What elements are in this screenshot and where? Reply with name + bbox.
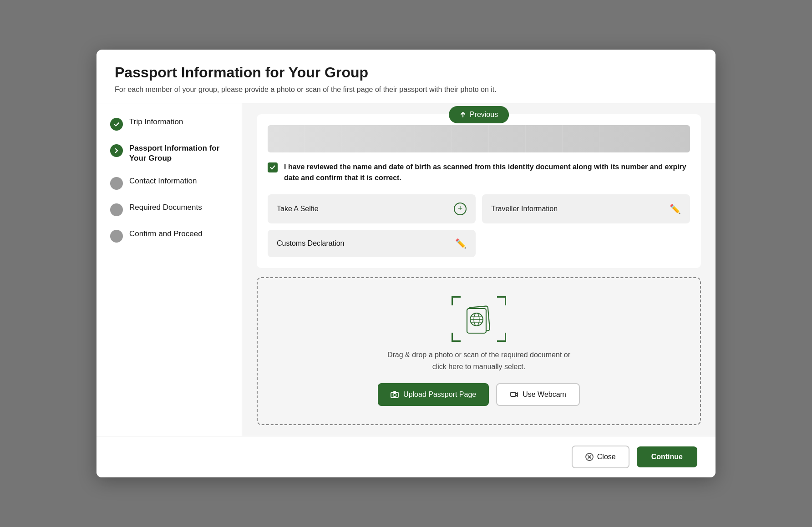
take-selfie-label: Take A Selfie (277, 205, 319, 213)
arrow-up-icon (460, 111, 466, 118)
sidebar: Trip Information Passport Information fo… (96, 103, 242, 436)
close-circle-icon (585, 453, 594, 461)
action-grid: Take A Selfie + Traveller Information ✏️… (268, 194, 690, 257)
main-content: Previous I have reviewed the name and da… (242, 103, 716, 436)
take-selfie-action[interactable]: Take A Selfie + (268, 194, 476, 223)
sidebar-label-confirm-proceed: Confirm and Proceed (129, 229, 203, 239)
passport-svg-icon (461, 303, 497, 335)
webcam-icon (510, 390, 518, 399)
modal-title: Passport Information for Your Group (115, 64, 697, 81)
step-icon-passport-info (110, 144, 123, 157)
customs-declaration-label: Customs Declaration (277, 239, 345, 248)
camera-icon (391, 390, 399, 399)
upload-instructions: Drag & drop a photo or scan of the requi… (387, 349, 570, 372)
traveller-info-action[interactable]: Traveller Information ✏️ (482, 194, 690, 223)
upload-passport-button[interactable]: Upload Passport Page (378, 383, 489, 406)
use-webcam-button[interactable]: Use Webcam (496, 383, 580, 406)
previous-button[interactable]: Previous (449, 106, 509, 123)
modal-header: Passport Information for Your Group For … (96, 50, 716, 103)
continue-button[interactable]: Continue (637, 446, 697, 467)
modal-subtitle: For each member of your group, please pr… (115, 86, 697, 94)
corner-tl (452, 296, 461, 305)
close-button[interactable]: Close (572, 446, 629, 468)
confirmation-row: I have reviewed the name and date of bir… (268, 162, 690, 183)
sidebar-label-required-docs: Required Documents (129, 203, 202, 213)
content-card-passport: Previous I have reviewed the name and da… (257, 114, 701, 268)
sidebar-label-trip-info: Trip Information (129, 117, 183, 127)
modal-footer: Close Continue (96, 436, 716, 477)
svg-rect-9 (511, 392, 516, 396)
step-icon-confirm-proceed (110, 230, 123, 243)
arrow-right-icon (113, 147, 120, 154)
traveller-info-label: Traveller Information (491, 205, 558, 213)
sidebar-item-trip-info[interactable]: Trip Information (110, 117, 228, 131)
corner-tr (497, 296, 506, 305)
confirmation-checkbox[interactable] (268, 162, 278, 172)
check-icon (113, 121, 120, 128)
add-icon: + (454, 203, 467, 215)
sidebar-label-passport-info: Passport Information for Your Group (129, 143, 228, 163)
upload-buttons: Upload Passport Page Use Webcam (378, 383, 580, 406)
traveller-edit-icon: ✏️ (670, 203, 681, 214)
sidebar-item-required-docs[interactable]: Required Documents (110, 203, 228, 216)
svg-rect-1 (467, 309, 486, 333)
modal-body: Trip Information Passport Information fo… (96, 103, 716, 436)
sidebar-label-contact-info: Contact Information (129, 176, 197, 186)
step-icon-contact-info (110, 177, 123, 190)
confirmation-text: I have reviewed the name and date of bir… (284, 162, 690, 183)
modal-overlay: Passport Information for Your Group For … (0, 0, 812, 527)
upload-zone[interactable]: Drag & drop a photo or scan of the requi… (257, 277, 701, 425)
corner-bl (452, 333, 461, 342)
customs-edit-icon: ✏️ (455, 238, 467, 249)
passport-preview-strip (268, 125, 690, 152)
corner-br (497, 333, 506, 342)
modal: Passport Information for Your Group For … (96, 50, 716, 477)
sidebar-item-contact-info[interactable]: Contact Information (110, 176, 228, 190)
step-icon-trip-info (110, 118, 123, 131)
checkbox-check-icon (269, 164, 276, 171)
step-icon-required-docs (110, 203, 123, 216)
sidebar-item-passport-info[interactable]: Passport Information for Your Group (110, 143, 228, 163)
svg-point-8 (393, 394, 396, 397)
passport-icon-area (452, 296, 506, 342)
sidebar-item-confirm-proceed[interactable]: Confirm and Proceed (110, 229, 228, 243)
customs-declaration-action[interactable]: Customs Declaration ✏️ (268, 230, 476, 257)
